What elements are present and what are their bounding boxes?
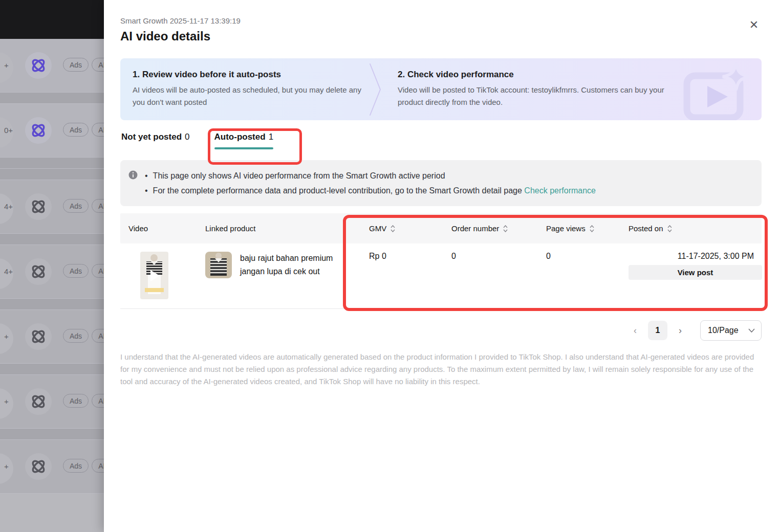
col-video: Video xyxy=(120,224,197,233)
background-page: + Ads AI vi 0+ Ads AI vi xyxy=(0,0,104,532)
step-1-body: AI videos will be auto-posted as schedul… xyxy=(133,84,366,108)
notice-bullet-2: For the complete performance data and pr… xyxy=(143,183,596,198)
count-fragment: 0+ xyxy=(4,126,13,135)
ads-badge: Ads xyxy=(63,394,89,408)
count-fragment: + xyxy=(4,397,9,406)
ads-badge: Ads xyxy=(63,123,89,137)
ai-atom-icon xyxy=(25,193,52,220)
product-thumbnail[interactable] xyxy=(205,252,232,278)
order-number-value: 0 xyxy=(443,243,538,308)
background-table-row: + Ads AI vi xyxy=(0,440,104,494)
ai-atom-icon xyxy=(25,453,52,480)
pagination: ‹ 1 › 10/Page xyxy=(120,320,762,341)
sort-icon[interactable] xyxy=(503,225,508,232)
background-top-bar xyxy=(0,0,104,39)
status-tabs: Not yet posted0 Auto-posted1 xyxy=(120,132,762,152)
ads-badge: Ads xyxy=(63,329,89,343)
count-fragment: + xyxy=(4,332,9,341)
background-sub-row xyxy=(0,234,104,245)
page-number-button[interactable]: 1 xyxy=(648,321,667,340)
chevron-down-icon xyxy=(748,328,755,332)
ai-video-details-modal: ✕ Smart Growth 2025-11-17 13:39:19 AI vi… xyxy=(104,0,780,532)
ai-atom-icon xyxy=(25,52,52,79)
background-table-row: + Ads AI vi xyxy=(0,39,104,93)
background-sub-row xyxy=(0,299,104,310)
info-icon xyxy=(128,170,138,180)
background-table-row: 4+ Ads AI vi xyxy=(0,245,104,299)
page-views-value: 0 xyxy=(538,243,620,308)
sort-icon[interactable] xyxy=(590,225,594,232)
view-post-button[interactable]: View post xyxy=(629,265,762,280)
ai-video-table: Video Linked product GMV Order number Pa… xyxy=(120,213,762,309)
col-gmv[interactable]: GMV xyxy=(361,224,443,233)
col-posted-on[interactable]: Posted on xyxy=(620,224,762,233)
count-fragment: + xyxy=(4,61,9,70)
count-fragment: 4+ xyxy=(4,202,13,211)
count-fragment: 4+ xyxy=(4,267,13,276)
step-1-title: 1. Review video before it auto-posts xyxy=(133,70,366,80)
modal-eyebrow: Smart Growth 2025-11-17 13:39:19 xyxy=(120,16,762,25)
step-1: 1. Review video before it auto-posts AI … xyxy=(120,58,366,108)
notice-bullet-1: This page only shows AI video performanc… xyxy=(143,168,596,183)
tab-count: 1 xyxy=(269,132,273,142)
ai-video-illustration-icon xyxy=(681,59,757,120)
next-page-icon[interactable]: › xyxy=(673,321,688,340)
table-header: Video Linked product GMV Order number Pa… xyxy=(120,213,762,243)
background-sub-row xyxy=(0,429,104,440)
tab-not-yet-posted[interactable]: Not yet posted0 xyxy=(121,132,190,149)
gmv-value: Rp 0 xyxy=(361,243,443,308)
chevron-right-icon xyxy=(368,61,382,118)
ads-badge: Ads xyxy=(63,58,89,72)
background-sub-row xyxy=(0,364,104,375)
prev-page-icon[interactable]: ‹ xyxy=(627,321,643,340)
col-order-number[interactable]: Order number xyxy=(443,224,538,233)
ads-badge: Ads xyxy=(63,459,89,473)
tab-auto-posted[interactable]: Auto-posted1 xyxy=(214,132,274,149)
ai-atom-icon xyxy=(25,323,52,350)
product-name: baju rajut bahan premium jangan lupa di … xyxy=(240,252,352,300)
background-table-row: + Ads AI vi xyxy=(0,310,104,364)
ai-atom-icon xyxy=(25,388,52,415)
ads-badge: Ads xyxy=(63,199,89,213)
steps-banner: 1. Review video before it auto-posts AI … xyxy=(120,58,762,120)
step-2: 2. Check video performance Video will be… xyxy=(382,58,669,108)
ads-badge: Ads xyxy=(63,264,89,278)
col-linked-product: Linked product xyxy=(197,224,361,233)
video-thumbnail[interactable] xyxy=(140,252,168,299)
ai-atom-icon xyxy=(25,258,52,285)
sort-icon[interactable] xyxy=(391,225,395,232)
posted-on-value: 11-17-2025, 3:00 PM xyxy=(629,252,754,261)
background-sub-row xyxy=(0,158,104,169)
step-2-title: 2. Check video performance xyxy=(398,70,669,80)
ai-atom-icon xyxy=(25,117,52,144)
background-footer xyxy=(0,494,104,532)
background-sub-row xyxy=(0,169,104,180)
background-table-row: 4+ Ads AI vi xyxy=(0,180,104,234)
page-title: AI video details xyxy=(120,29,762,43)
step-2-body: Video will be posted to TikTok account: … xyxy=(398,84,669,108)
page-size-select[interactable]: 10/Page xyxy=(700,320,762,341)
legal-disclaimer: I understand that the AI-generated video… xyxy=(120,351,762,388)
tab-count: 0 xyxy=(185,132,189,142)
info-notice: This page only shows AI video performanc… xyxy=(120,160,762,206)
check-performance-link[interactable]: Check performance xyxy=(524,186,596,195)
sort-icon[interactable] xyxy=(667,225,672,232)
col-page-views[interactable]: Page views xyxy=(538,224,620,233)
count-fragment: + xyxy=(4,462,9,471)
table-row: baju rajut bahan premium jangan lupa di … xyxy=(120,243,762,309)
background-table-row: 0+ Ads AI vi xyxy=(0,104,104,158)
background-table-row: + Ads AI vi xyxy=(0,375,104,429)
background-sub-row xyxy=(0,93,104,104)
